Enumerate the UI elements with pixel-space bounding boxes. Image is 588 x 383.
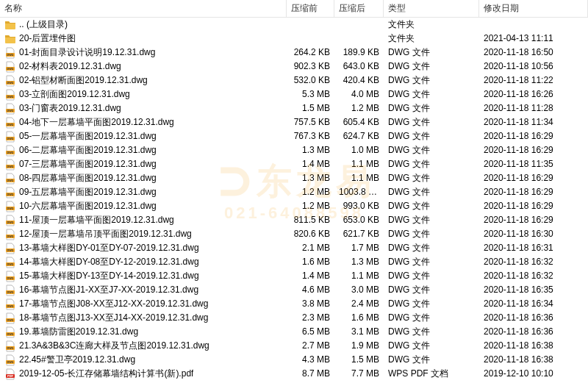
file-type: DWG 文件 (384, 283, 479, 297)
file-date: 2020-11-18 16:38 (479, 339, 588, 353)
file-row[interactable]: DWG09-五层幕墙平面图2019.12.31.dwg1.2 MB1003.8 … (0, 185, 588, 199)
file-size-compressed: 820.6 KB (287, 227, 334, 241)
file-row[interactable]: DWG02-铝型材断面图2019.12.31.dwg532.0 KB420.4 … (0, 74, 588, 87)
file-name: 09-五层幕墙平面图2019.12.31.dwg (19, 185, 157, 199)
file-row[interactable]: DWG05-一层幕墙平面图2019.12.31.dwg767.3 KB624.7… (0, 129, 588, 143)
column-header-type[interactable]: 类型 (384, 0, 479, 17)
file-date: 2020-11-18 11:28 (479, 101, 588, 115)
file-row[interactable]: DWG17-幕墙节点图J08-XX至J12-XX-2019.12.31.dwg3… (0, 297, 588, 311)
file-row[interactable]: DWG11-屋顶一层幕墙平面图2019.12.31.dwg811.5 KB653… (0, 213, 588, 227)
file-size-uncompressed: 4.0 MB (334, 87, 384, 101)
file-row[interactable]: DWG18-幕墙节点图J13-XX至J14-XX-2019.12.31.dwg2… (0, 311, 588, 325)
file-size-compressed: 532.0 KB (287, 74, 334, 87)
svg-text:DWG: DWG (7, 151, 14, 154)
file-date: 2020-11-18 16:29 (479, 143, 588, 157)
file-type: DWG 文件 (384, 241, 479, 255)
file-row[interactable]: DWG02-材料表2019.12.31.dwg902.3 KB643.0 KBD… (0, 60, 588, 74)
file-date: 2021-04-13 11:11 (479, 32, 588, 46)
column-header-date[interactable]: 修改日期 (479, 0, 588, 17)
file-row[interactable]: PDF2019-12-05-长江存储幕墙结构计算书(新).pdf8.7 MB7.… (0, 367, 588, 381)
file-row[interactable]: DWG12-屋顶一层幕墙吊顶平面图2019.12.31.dwg820.6 KB6… (0, 227, 588, 241)
pdf-icon: PDF (4, 368, 16, 380)
file-date: 2020-11-18 16:32 (479, 255, 588, 269)
file-size-uncompressed: 1.1 MB (334, 157, 384, 171)
file-type: DWG 文件 (384, 143, 479, 157)
dwg-icon: DWG (4, 173, 16, 185)
svg-text:DWG: DWG (7, 193, 14, 196)
file-size-uncompressed: 621.7 KB (334, 227, 384, 241)
file-name: 20-后置埋件图 (19, 32, 76, 46)
file-size-uncompressed: 624.7 KB (334, 129, 384, 143)
file-name: 03-立剖面图2019.12.31.dwg (19, 87, 130, 101)
svg-text:PDF: PDF (7, 374, 14, 378)
file-name: 06-二层幕墙平面图2019.12.31.dwg (19, 143, 157, 157)
dwg-icon: DWG (4, 159, 16, 171)
file-date: 2020-11-18 16:29 (479, 185, 588, 199)
file-row[interactable]: DWG21.3A&3B&3C连廊大样及节点图2019.12.31.dwg2.7 … (0, 339, 588, 353)
file-row[interactable]: DWG03-门窗表2019.12.31.dwg1.5 MB1.2 MBDWG 文… (0, 101, 588, 115)
dwg-icon: DWG (4, 187, 16, 198)
file-name: 11-屋顶一层幕墙平面图2019.12.31.dwg (19, 213, 174, 227)
file-row[interactable]: DWG04-地下一层幕墙平面图2019.12.31.dwg757.5 KB605… (0, 115, 588, 129)
svg-text:DWG: DWG (7, 333, 14, 336)
file-date: 2020-11-18 10:56 (479, 60, 588, 74)
file-row[interactable]: DWG01-封面目录设计说明19.12.31.dwg264.2 KB189.9 … (0, 46, 588, 60)
file-name: 01-封面目录设计说明19.12.31.dwg (19, 46, 155, 60)
file-name: 19.幕墙防雷图2019.12.31.dwg (19, 325, 138, 339)
file-row[interactable]: DWG19.幕墙防雷图2019.12.31.dwg6.5 MB3.1 MBDWG… (0, 325, 588, 339)
file-date: 2020-11-18 16:29 (479, 171, 588, 185)
file-row[interactable]: DWG13-幕墙大样图DY-01至DY-07-2019.12.31.dwg2.1… (0, 241, 588, 255)
file-row[interactable]: .. (上级目录)文件夹 (0, 18, 588, 32)
file-row[interactable]: 20-后置埋件图文件夹2021-04-13 11:11 (0, 32, 588, 46)
file-row[interactable]: DWG08-四层幕墙平面图2019.12.31.dwg1.3 MB1.1 MBD… (0, 171, 588, 185)
svg-text:DWG: DWG (7, 54, 14, 57)
file-size-compressed: 1.3 MB (287, 171, 334, 185)
file-name: 07-三层幕墙平面图2019.12.31.dwg (19, 157, 157, 171)
file-row[interactable]: DWG14-幕墙大样图DY-08至DY-12-2019.12.31.dwg1.6… (0, 255, 588, 269)
file-size-compressed: 8.7 MB (287, 367, 334, 381)
svg-text:DWG: DWG (7, 235, 14, 238)
file-size-uncompressed: 605.4 KB (334, 115, 384, 129)
file-size-uncompressed: 653.0 KB (334, 213, 384, 227)
file-size-compressed: 5.3 MB (287, 87, 334, 101)
file-name: 05-一层幕墙平面图2019.12.31.dwg (19, 129, 157, 143)
file-row[interactable]: DWG16-幕墙节点图J1-XX至J7-XX-2019.12.31.dwg4.6… (0, 283, 588, 297)
file-size-compressed: 4.3 MB (287, 353, 334, 367)
file-type: DWG 文件 (384, 87, 479, 101)
file-name: 02-材料表2019.12.31.dwg (19, 60, 121, 74)
svg-text:DWG: DWG (7, 221, 14, 224)
file-size-compressed: 757.5 KB (287, 115, 334, 129)
file-name: 17-幕墙节点图J08-XX至J12-XX-2019.12.31.dwg (19, 297, 208, 311)
dwg-icon: DWG (4, 131, 16, 143)
file-row[interactable]: DWG07-三层幕墙平面图2019.12.31.dwg1.4 MB1.1 MBD… (0, 157, 588, 171)
file-date: 2020-11-18 16:35 (479, 283, 588, 297)
file-row[interactable]: DWG22.45#警卫亭2019.12.31.dwg4.3 MB1.5 MBDW… (0, 353, 588, 367)
dwg-icon: DWG (4, 145, 16, 157)
file-date: 2020-11-18 16:50 (479, 46, 588, 60)
column-header-compressed[interactable]: 压缩前 (287, 0, 334, 17)
file-date: 2020-11-18 16:36 (479, 311, 588, 325)
column-header-name[interactable]: 名称 (0, 0, 287, 17)
file-size-uncompressed: 1.5 MB (334, 353, 384, 367)
dwg-icon: DWG (4, 117, 16, 129)
file-type: DWG 文件 (384, 185, 479, 199)
file-row[interactable]: DWG03-立剖面图2019.12.31.dwg5.3 MB4.0 MBDWG … (0, 87, 588, 101)
file-size-uncompressed: 993.0 KB (334, 199, 384, 213)
file-type: DWG 文件 (384, 129, 479, 143)
file-size-uncompressed: 420.4 KB (334, 74, 384, 87)
file-row[interactable]: DWG06-二层幕墙平面图2019.12.31.dwg1.3 MB1.0 MBD… (0, 143, 588, 157)
svg-text:DWG: DWG (7, 263, 14, 266)
file-row[interactable]: DWG10-六层幕墙平面图2019.12.31.dwg1.2 MB993.0 K… (0, 199, 588, 213)
file-name: 14-幕墙大样图DY-08至DY-12-2019.12.31.dwg (19, 255, 199, 269)
file-date: 2020-11-18 16:34 (479, 297, 588, 311)
file-size-uncompressed: 1.7 MB (334, 241, 384, 255)
file-date: 2020-11-18 11:34 (479, 115, 588, 129)
file-size-uncompressed: 1.0 MB (334, 143, 384, 157)
folder-icon (4, 19, 16, 31)
file-name: .. (上级目录) (19, 18, 68, 32)
file-date: 2020-11-18 16:32 (479, 269, 588, 283)
file-row[interactable]: DWG15-幕墙大样图DY-13至DY-14-2019.12.31.dwg1.4… (0, 269, 588, 283)
file-type: DWG 文件 (384, 325, 479, 339)
column-header-uncompressed[interactable]: 压缩后 (334, 0, 384, 17)
file-size-compressed: 902.3 KB (287, 60, 334, 74)
